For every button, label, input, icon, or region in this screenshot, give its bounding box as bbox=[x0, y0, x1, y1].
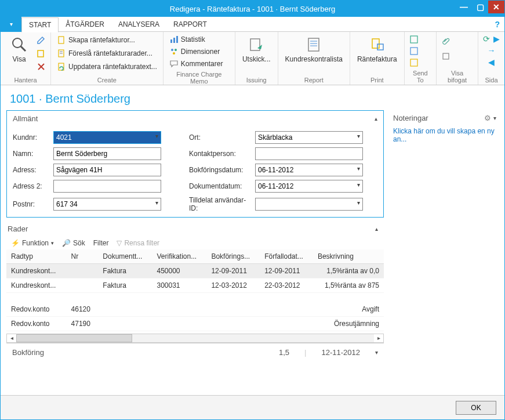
tab-analysera[interactable]: ANALYSERA bbox=[111, 17, 166, 32]
bokforing-bar[interactable]: Bokföring 1,5 | 12-11-2012 ▾ bbox=[6, 343, 384, 361]
dokdatum-input[interactable] bbox=[255, 180, 363, 193]
col-beskr[interactable]: Beskrivning bbox=[313, 249, 384, 264]
table-row[interactable]: Kundreskont...Faktura45000012-09-201112-… bbox=[6, 264, 384, 278]
tab-atgarder[interactable]: ÅTGÄRDER bbox=[59, 17, 111, 32]
skapa-rantefakturor-button[interactable]: Skapa räntefakturor... bbox=[56, 35, 158, 45]
ok-button[interactable]: OK bbox=[456, 401, 496, 415]
scroll-thumb[interactable] bbox=[16, 334, 132, 342]
dimensioner-button[interactable]: Dimensioner bbox=[168, 46, 224, 57]
back-icon[interactable]: ◀ bbox=[488, 57, 495, 67]
sok-button[interactable]: 🔎Sök bbox=[62, 239, 85, 247]
col-radtyp[interactable]: Radtyp bbox=[6, 249, 67, 264]
adress2-label: Adress 2: bbox=[13, 182, 51, 190]
group-label-visabifogat: Visa bifogat bbox=[441, 68, 473, 84]
scroll-left-button[interactable]: ◂ bbox=[7, 335, 16, 341]
postnr-input[interactable] bbox=[53, 198, 161, 211]
rader-header[interactable]: Rader ▴ bbox=[6, 221, 384, 237]
svg-rect-25 bbox=[410, 59, 417, 66]
utskick-button[interactable]: Utskick... bbox=[240, 34, 273, 73]
edit-icon[interactable] bbox=[37, 35, 46, 45]
tab-start[interactable]: START bbox=[21, 17, 59, 32]
group-label-issuing: Issuing bbox=[240, 75, 273, 84]
sendto-word-icon[interactable] bbox=[409, 46, 419, 56]
attachment-icon[interactable] bbox=[441, 37, 450, 46]
svg-rect-26 bbox=[443, 53, 449, 59]
adress-input[interactable] bbox=[53, 164, 161, 176]
bokdatum-label: Bokföringsdatum: bbox=[189, 166, 253, 174]
help-icon[interactable]: ? bbox=[495, 20, 500, 29]
svg-rect-21 bbox=[372, 39, 379, 48]
table-row[interactable]: Kundreskont...Faktura30003112-03-201222-… bbox=[6, 278, 384, 293]
kundreskontralista-button[interactable]: Kundreskontralista bbox=[283, 34, 345, 73]
statistik-button[interactable]: Statistik bbox=[168, 34, 224, 45]
magnifier-icon bbox=[10, 35, 28, 54]
rensa-filter-button[interactable]: ▽Rensa filter bbox=[117, 239, 159, 247]
visa-button[interactable]: Visa bbox=[5, 34, 33, 73]
cell-nr bbox=[67, 264, 99, 278]
delete-icon[interactable] bbox=[37, 62, 46, 71]
attachment-list-icon[interactable] bbox=[441, 52, 450, 61]
col-bokf[interactable]: Bokförings... bbox=[206, 249, 260, 264]
allmant-panel: Allmänt ▴ Kundnr: Ort: Namn: Kontaktpers… bbox=[6, 110, 384, 218]
bokforing-val1: 1,5 bbox=[274, 348, 294, 357]
kontakt-input[interactable] bbox=[255, 147, 363, 160]
col-verifik[interactable]: Verifikation... bbox=[152, 249, 207, 264]
group-label-sendto: Send To bbox=[409, 68, 431, 84]
postnr-label: Postnr: bbox=[13, 200, 51, 208]
horizontal-scrollbar[interactable]: ◂ ▸ bbox=[6, 334, 384, 343]
filter-button[interactable]: Filter bbox=[93, 239, 109, 247]
cell-bokf: 12-03-2012 bbox=[206, 278, 260, 293]
refresh-icon[interactable]: ⟳ bbox=[483, 34, 490, 44]
print-icon bbox=[368, 35, 386, 54]
maximize-button[interactable]: ▢ bbox=[472, 1, 488, 13]
gear-icon[interactable]: ⚙ bbox=[484, 114, 491, 122]
rantefaktura-button[interactable]: Räntefaktura bbox=[355, 34, 399, 73]
namn-input[interactable] bbox=[53, 147, 161, 160]
table-row[interactable]: Redov.konto46120Avgift bbox=[6, 302, 384, 317]
ort-label: Ort: bbox=[189, 133, 253, 142]
kundnr-input[interactable] bbox=[53, 131, 161, 144]
ort-input[interactable] bbox=[255, 131, 363, 144]
minimize-button[interactable]: — bbox=[456, 1, 472, 13]
chevron-down-icon[interactable]: ▾ bbox=[493, 115, 496, 121]
close-button[interactable]: ✕ bbox=[488, 1, 504, 13]
next-page-icon[interactable]: ▶ bbox=[493, 34, 500, 44]
bokdatum-input[interactable] bbox=[255, 164, 363, 176]
svg-line-1 bbox=[21, 46, 26, 51]
group-label-fcm: Finance Charge Memo bbox=[168, 69, 230, 85]
cell-dokument bbox=[98, 302, 152, 317]
col-nr[interactable]: Nr bbox=[67, 249, 99, 264]
new-note-link[interactable]: Klicka här om du vill skapa en ny an... bbox=[391, 126, 499, 144]
new-icon[interactable] bbox=[37, 49, 46, 58]
cell-bokf bbox=[206, 302, 260, 317]
col-forfall[interactable]: Förfallodat... bbox=[260, 249, 313, 264]
col-dokument[interactable]: Dokumentt... bbox=[98, 249, 152, 264]
forward-icon[interactable]: → bbox=[488, 46, 496, 55]
collapse-icon: ▴ bbox=[375, 115, 377, 122]
allmant-header[interactable]: Allmänt ▴ bbox=[7, 111, 383, 126]
foresla-rader-button[interactable]: Föreslå räntefakturarader... bbox=[56, 48, 158, 59]
adress2-input[interactable] bbox=[53, 180, 161, 193]
visa-label: Visa bbox=[12, 55, 26, 63]
group-label-print: Print bbox=[355, 75, 399, 84]
svg-point-15 bbox=[173, 52, 175, 55]
dokdatum-label: Dokumentdatum: bbox=[189, 182, 253, 190]
cell-dokument: Faktura bbox=[98, 264, 152, 278]
adress-label: Adress: bbox=[13, 166, 51, 174]
tab-rapport[interactable]: RAPPORT bbox=[166, 17, 214, 32]
cell-radtyp: Kundreskont... bbox=[6, 278, 67, 293]
kommentarer-button[interactable]: Kommentarer bbox=[168, 59, 224, 69]
bokforing-label: Bokföring bbox=[12, 348, 44, 357]
ribbon: Visa Hantera Skapa räntefakturor... bbox=[1, 32, 504, 85]
funktion-menu[interactable]: ⚡Funktion▾ bbox=[11, 239, 54, 247]
uppdatera-text-button[interactable]: Uppdatera räntefakturatext... bbox=[56, 61, 158, 72]
sendto-other-icon[interactable] bbox=[409, 58, 419, 67]
svg-rect-22 bbox=[377, 44, 383, 50]
sendto-excel-icon[interactable] bbox=[409, 35, 419, 44]
table-row[interactable]: Redov.konto47190Öresutjämning bbox=[6, 316, 384, 331]
cell-nr: 46120 bbox=[67, 302, 99, 317]
app-menu-button[interactable]: ▾ bbox=[1, 17, 21, 32]
scroll-right-button[interactable]: ▸ bbox=[374, 335, 383, 341]
svg-rect-2 bbox=[38, 50, 43, 57]
anvid-input[interactable] bbox=[255, 198, 363, 211]
